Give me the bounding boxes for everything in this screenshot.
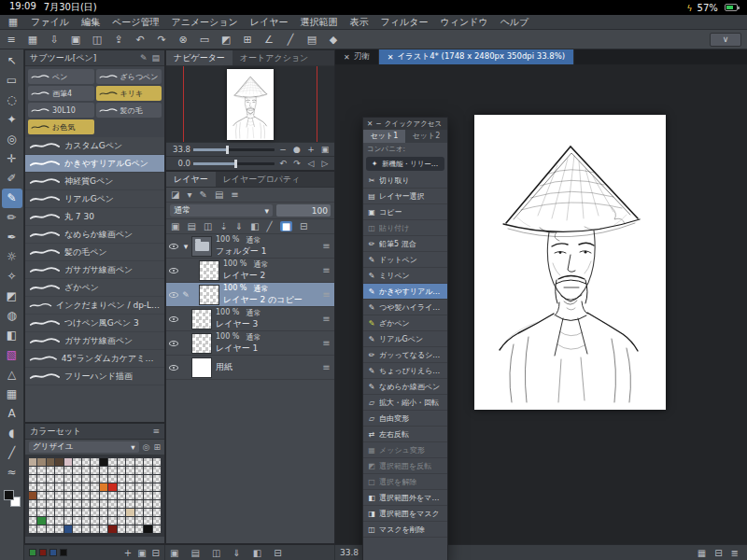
- layer-row[interactable]: ▾100 %通常フォルダー 1≡: [166, 234, 334, 259]
- color-swatch[interactable]: [118, 458, 125, 466]
- color-swatch[interactable]: [55, 458, 63, 466]
- color-swatch[interactable]: [118, 500, 125, 508]
- subtool-menu-icon[interactable]: ▤: [151, 53, 160, 63]
- zoom-100-icon[interactable]: ●: [291, 145, 303, 154]
- tab-レイヤー[interactable]: レイヤー: [166, 172, 216, 187]
- layer-thumbnail[interactable]: [191, 309, 212, 329]
- subtool-tile[interactable]: お色気: [28, 119, 94, 134]
- color-swatch[interactable]: [82, 492, 90, 499]
- quick-access-item[interactable]: ▱自由変形: [363, 411, 447, 427]
- color-swatch[interactable]: [82, 467, 90, 474]
- duplicate-layer-icon[interactable]: ◫: [204, 221, 212, 231]
- line-tool[interactable]: ╱: [2, 443, 22, 463]
- color-swatch[interactable]: [108, 475, 116, 483]
- color-swatch[interactable]: [118, 525, 125, 533]
- auto-select-tool[interactable]: ✦: [2, 110, 22, 130]
- color-swatch[interactable]: [64, 492, 72, 499]
- color-swatch[interactable]: [144, 525, 151, 533]
- color-swatch[interactable]: [47, 483, 54, 491]
- invert-selection-icon[interactable]: ◩: [220, 34, 232, 46]
- frame-tool[interactable]: ▦: [2, 385, 22, 404]
- color-swatch[interactable]: [91, 492, 98, 499]
- color-swatch[interactable]: [55, 500, 63, 508]
- figure-tool[interactable]: △: [2, 365, 22, 385]
- marquee-select-tool[interactable]: ▭: [2, 71, 22, 91]
- layer-color-icon[interactable]: ■: [280, 221, 292, 231]
- subtool-tile[interactable]: 30L10: [28, 103, 94, 118]
- duplicate-layer-icon[interactable]: ◫: [212, 548, 220, 558]
- save-icon[interactable]: ◫: [92, 34, 103, 46]
- close-icon[interactable]: ✕: [367, 119, 373, 128]
- expand-caret-icon[interactable]: ▾: [180, 242, 191, 251]
- subtool-tile[interactable]: ペン: [28, 69, 94, 84]
- color-swatch[interactable]: [82, 525, 90, 533]
- transfer-down-icon[interactable]: ⇣: [219, 221, 227, 231]
- pencil-tool[interactable]: ✏: [2, 208, 22, 228]
- color-swatch[interactable]: [153, 458, 161, 466]
- subtool-item[interactable]: かきやすリアルGペン: [25, 155, 164, 173]
- export-icon[interactable]: ⇪: [113, 34, 124, 46]
- editing-pen-icon[interactable]: ✎: [180, 290, 191, 300]
- color-swatch[interactable]: [64, 525, 72, 533]
- menu-item[interactable]: ファイル: [31, 16, 69, 29]
- color-swatch[interactable]: [64, 500, 72, 508]
- color-swatch[interactable]: [64, 509, 72, 516]
- panel-toggle-icon[interactable]: ▦: [698, 548, 706, 558]
- delete-layer-icon[interactable]: ⊟: [300, 221, 307, 231]
- main-color-chip[interactable]: [4, 490, 14, 500]
- color-swatch[interactable]: [55, 492, 63, 499]
- color-swatch[interactable]: [29, 517, 36, 525]
- menu-item[interactable]: 編集: [81, 16, 100, 29]
- color-swatch[interactable]: [135, 467, 143, 474]
- color-swatch[interactable]: [108, 458, 116, 466]
- operation-tool[interactable]: ↖: [2, 51, 22, 71]
- rotate-slider[interactable]: [193, 162, 275, 165]
- color-swatch[interactable]: [29, 483, 36, 491]
- subtool-item[interactable]: 神経質Gペン: [25, 173, 164, 190]
- rotate-left-icon[interactable]: ↶: [277, 159, 289, 168]
- color-swatch[interactable]: [73, 458, 80, 466]
- color-swatch[interactable]: [29, 492, 36, 499]
- correct-line-tool[interactable]: ≈: [2, 463, 22, 483]
- quick-access-item[interactable]: ✎ドットペン: [363, 252, 447, 268]
- color-swatch[interactable]: [37, 509, 45, 516]
- color-swatch[interactable]: [153, 500, 161, 508]
- color-swatch[interactable]: [135, 483, 143, 491]
- visibility-toggle[interactable]: [166, 341, 180, 346]
- color-set-dropdown[interactable]: グリザイユ ▾: [29, 441, 139, 453]
- color-swatch[interactable]: [47, 517, 54, 525]
- deselect-icon[interactable]: ▭: [199, 34, 210, 46]
- minimize-icon[interactable]: ─: [376, 119, 381, 128]
- color-swatch[interactable]: [108, 517, 116, 525]
- color-swatch[interactable]: [91, 500, 98, 508]
- zoom-slider-knob[interactable]: [226, 146, 229, 154]
- color-swatch[interactable]: [118, 475, 125, 483]
- layer-menu-icon[interactable]: ≡: [320, 289, 332, 300]
- close-tab-icon[interactable]: ✕: [344, 53, 350, 62]
- color-swatch[interactable]: [91, 509, 98, 516]
- material-icon[interactable]: ◆: [328, 34, 339, 46]
- quick-access-item[interactable]: ✎ミリペン: [363, 268, 447, 284]
- more-icon[interactable]: ≣: [731, 548, 739, 558]
- navigator-thumbnail[interactable]: [227, 69, 274, 140]
- redo-icon[interactable]: ↷: [156, 34, 167, 46]
- reset-rotation-icon[interactable]: ◁: [305, 159, 317, 168]
- quick-access-item[interactable]: ✎リアルGペン: [363, 331, 447, 347]
- subtool-item[interactable]: ガサガサ線画ペン: [25, 261, 164, 279]
- color-swatch[interactable]: [135, 500, 143, 508]
- color-swatch[interactable]: [108, 483, 116, 491]
- color-swatch[interactable]: [73, 475, 80, 483]
- balloon-tool[interactable]: ◖: [2, 424, 22, 443]
- text-tool[interactable]: A: [2, 404, 22, 424]
- color-swatch[interactable]: [64, 483, 72, 491]
- color-swatch[interactable]: [82, 458, 90, 466]
- color-swatch[interactable]: [108, 509, 116, 516]
- delete-layer-icon[interactable]: ⊟: [274, 548, 281, 558]
- trash-icon[interactable]: ⊟: [714, 548, 722, 558]
- zoom-out-icon[interactable]: −: [277, 145, 289, 154]
- new-folder-icon[interactable]: ▤: [190, 548, 199, 558]
- color-swatch[interactable]: [47, 525, 54, 533]
- subtool-item[interactable]: 髪の毛ペン: [25, 244, 164, 261]
- color-swatch[interactable]: [37, 517, 45, 525]
- eyedropper-tool[interactable]: ✐: [2, 169, 22, 189]
